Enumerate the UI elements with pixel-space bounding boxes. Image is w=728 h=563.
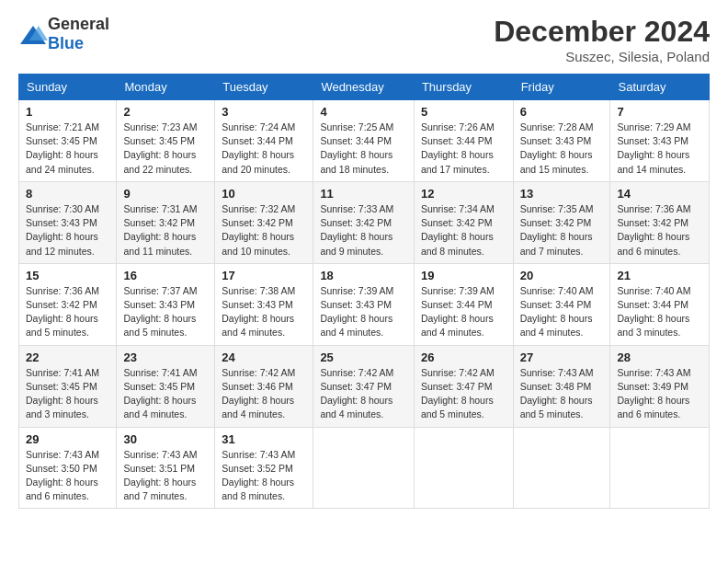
calendar-table: SundayMondayTuesdayWednesdayThursdayFrid… — [18, 74, 710, 509]
calendar-cell: 23 Sunrise: 7:41 AM Sunset: 3:45 PM Dayl… — [117, 345, 215, 427]
day-number: 5 — [421, 105, 506, 119]
calendar-cell: 4 Sunrise: 7:25 AM Sunset: 3:44 PM Dayli… — [313, 100, 415, 182]
day-info: Sunrise: 7:24 AM Sunset: 3:44 PM Dayligh… — [222, 121, 306, 177]
day-number: 18 — [320, 269, 407, 282]
day-info: Sunrise: 7:28 AM Sunset: 3:43 PM Dayligh… — [520, 121, 604, 177]
calendar-cell: 16 Sunrise: 7:37 AM Sunset: 3:43 PM Dayl… — [117, 263, 215, 345]
day-number: 20 — [520, 269, 604, 282]
calendar-cell: 8 Sunrise: 7:30 AM Sunset: 3:43 PM Dayli… — [19, 181, 117, 263]
day-number: 28 — [617, 350, 702, 364]
day-number: 17 — [222, 269, 306, 282]
day-info: Sunrise: 7:30 AM Sunset: 3:43 PM Dayligh… — [26, 202, 109, 259]
day-info: Sunrise: 7:23 AM Sunset: 3:45 PM Dayligh… — [123, 121, 208, 177]
logo-icon — [18, 24, 44, 44]
calendar-cell: 21 Sunrise: 7:40 AM Sunset: 3:44 PM Dayl… — [610, 263, 710, 345]
day-info: Sunrise: 7:29 AM Sunset: 3:43 PM Dayligh… — [617, 121, 702, 177]
day-number: 13 — [520, 187, 604, 201]
column-header-wednesday: Wednesday — [313, 75, 415, 100]
calendar-cell: 2 Sunrise: 7:23 AM Sunset: 3:45 PM Dayli… — [117, 100, 215, 182]
day-info: Sunrise: 7:31 AM Sunset: 3:42 PM Dayligh… — [123, 202, 208, 259]
calendar-cell: 11 Sunrise: 7:33 AM Sunset: 3:42 PM Dayl… — [313, 181, 415, 263]
day-info: Sunrise: 7:43 AM Sunset: 3:48 PM Dayligh… — [520, 366, 604, 422]
calendar-cell: 6 Sunrise: 7:28 AM Sunset: 3:43 PM Dayli… — [513, 100, 610, 182]
day-info: Sunrise: 7:36 AM Sunset: 3:42 PM Dayligh… — [617, 202, 702, 259]
calendar-cell: 30 Sunrise: 7:43 AM Sunset: 3:51 PM Dayl… — [117, 427, 215, 509]
day-number: 3 — [222, 105, 306, 119]
calendar-cell: 12 Sunrise: 7:34 AM Sunset: 3:42 PM Dayl… — [414, 181, 513, 263]
calendar-cell: 18 Sunrise: 7:39 AM Sunset: 3:43 PM Dayl… — [313, 263, 415, 345]
calendar-cell — [313, 427, 415, 509]
calendar-cell: 1 Sunrise: 7:21 AM Sunset: 3:45 PM Dayli… — [19, 100, 117, 182]
day-info: Sunrise: 7:40 AM Sunset: 3:44 PM Dayligh… — [617, 284, 702, 340]
column-header-monday: Monday — [117, 75, 215, 100]
column-header-saturday: Saturday — [610, 75, 710, 100]
title-block: December 2024 Suszec, Silesia, Poland — [494, 15, 710, 64]
day-number: 25 — [320, 350, 407, 364]
calendar-cell: 7 Sunrise: 7:29 AM Sunset: 3:43 PM Dayli… — [610, 100, 710, 182]
day-info: Sunrise: 7:34 AM Sunset: 3:42 PM Dayligh… — [421, 202, 506, 259]
calendar-cell — [513, 427, 610, 509]
day-info: Sunrise: 7:35 AM Sunset: 3:42 PM Dayligh… — [520, 202, 604, 259]
day-info: Sunrise: 7:41 AM Sunset: 3:45 PM Dayligh… — [26, 366, 109, 422]
day-number: 9 — [123, 187, 208, 201]
calendar-cell: 17 Sunrise: 7:38 AM Sunset: 3:43 PM Dayl… — [215, 263, 313, 345]
day-info: Sunrise: 7:43 AM Sunset: 3:50 PM Dayligh… — [26, 448, 109, 504]
day-number: 30 — [123, 432, 208, 446]
calendar-week-row: 1 Sunrise: 7:21 AM Sunset: 3:45 PM Dayli… — [19, 100, 710, 182]
day-info: Sunrise: 7:36 AM Sunset: 3:42 PM Dayligh… — [26, 284, 109, 340]
day-info: Sunrise: 7:42 AM Sunset: 3:47 PM Dayligh… — [320, 366, 407, 422]
day-number: 14 — [617, 187, 702, 201]
day-info: Sunrise: 7:25 AM Sunset: 3:44 PM Dayligh… — [320, 121, 407, 177]
day-number: 22 — [26, 350, 109, 364]
calendar-week-row: 15 Sunrise: 7:36 AM Sunset: 3:42 PM Dayl… — [19, 263, 710, 345]
calendar-cell: 20 Sunrise: 7:40 AM Sunset: 3:44 PM Dayl… — [513, 263, 610, 345]
calendar-cell: 3 Sunrise: 7:24 AM Sunset: 3:44 PM Dayli… — [215, 100, 313, 182]
day-number: 29 — [26, 432, 109, 446]
day-info: Sunrise: 7:41 AM Sunset: 3:45 PM Dayligh… — [123, 366, 208, 422]
day-info: Sunrise: 7:38 AM Sunset: 3:43 PM Dayligh… — [222, 284, 306, 340]
day-info: Sunrise: 7:21 AM Sunset: 3:45 PM Dayligh… — [26, 121, 109, 177]
column-header-tuesday: Tuesday — [215, 75, 313, 100]
logo: General Blue — [18, 15, 109, 53]
calendar-week-row: 22 Sunrise: 7:41 AM Sunset: 3:45 PM Dayl… — [19, 345, 710, 427]
day-number: 1 — [26, 105, 109, 119]
day-info: Sunrise: 7:43 AM Sunset: 3:51 PM Dayligh… — [123, 448, 208, 504]
day-info: Sunrise: 7:26 AM Sunset: 3:44 PM Dayligh… — [421, 121, 506, 177]
day-info: Sunrise: 7:42 AM Sunset: 3:46 PM Dayligh… — [222, 366, 306, 422]
day-number: 23 — [123, 350, 208, 364]
calendar-cell: 31 Sunrise: 7:43 AM Sunset: 3:52 PM Dayl… — [215, 427, 313, 509]
calendar-cell — [610, 427, 710, 509]
month-title: December 2024 — [494, 15, 710, 49]
day-number: 11 — [320, 187, 407, 201]
calendar-cell: 13 Sunrise: 7:35 AM Sunset: 3:42 PM Dayl… — [513, 181, 610, 263]
day-number: 8 — [26, 187, 109, 201]
calendar-cell: 9 Sunrise: 7:31 AM Sunset: 3:42 PM Dayli… — [117, 181, 215, 263]
calendar-cell: 27 Sunrise: 7:43 AM Sunset: 3:48 PM Dayl… — [513, 345, 610, 427]
day-number: 21 — [617, 269, 702, 282]
logo-text: General Blue — [48, 15, 109, 53]
day-number: 19 — [421, 269, 506, 282]
day-info: Sunrise: 7:39 AM Sunset: 3:43 PM Dayligh… — [320, 284, 407, 340]
day-number: 27 — [520, 350, 604, 364]
day-info: Sunrise: 7:43 AM Sunset: 3:49 PM Dayligh… — [617, 366, 702, 422]
day-info: Sunrise: 7:33 AM Sunset: 3:42 PM Dayligh… — [320, 202, 407, 259]
calendar-cell: 22 Sunrise: 7:41 AM Sunset: 3:45 PM Dayl… — [19, 345, 117, 427]
day-info: Sunrise: 7:43 AM Sunset: 3:52 PM Dayligh… — [222, 448, 306, 504]
calendar-cell — [414, 427, 513, 509]
calendar-cell: 29 Sunrise: 7:43 AM Sunset: 3:50 PM Dayl… — [19, 427, 117, 509]
day-number: 4 — [320, 105, 407, 119]
calendar-cell: 26 Sunrise: 7:42 AM Sunset: 3:47 PM Dayl… — [414, 345, 513, 427]
calendar-cell: 5 Sunrise: 7:26 AM Sunset: 3:44 PM Dayli… — [414, 100, 513, 182]
day-info: Sunrise: 7:32 AM Sunset: 3:42 PM Dayligh… — [222, 202, 306, 259]
logo-general: General — [48, 15, 109, 33]
column-header-thursday: Thursday — [414, 75, 513, 100]
calendar-cell: 28 Sunrise: 7:43 AM Sunset: 3:49 PM Dayl… — [610, 345, 710, 427]
day-number: 10 — [222, 187, 306, 201]
location-title: Suszec, Silesia, Poland — [494, 49, 710, 64]
day-number: 24 — [222, 350, 306, 364]
calendar-cell: 24 Sunrise: 7:42 AM Sunset: 3:46 PM Dayl… — [215, 345, 313, 427]
day-number: 16 — [123, 269, 208, 282]
column-header-sunday: Sunday — [19, 75, 117, 100]
day-number: 26 — [421, 350, 506, 364]
calendar-cell: 10 Sunrise: 7:32 AM Sunset: 3:42 PM Dayl… — [215, 181, 313, 263]
